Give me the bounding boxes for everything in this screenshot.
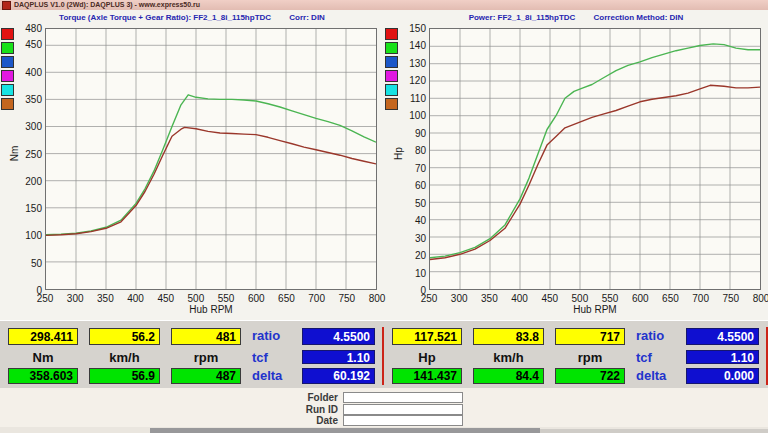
y-tick-label: 80 xyxy=(396,145,426,156)
power-peak-value-field[interactable]: 141.437 xyxy=(392,368,462,384)
x-tick-label: 600 xyxy=(241,293,271,304)
y-tick-label: 150 xyxy=(396,23,426,34)
x-tick-label: 250 xyxy=(30,293,60,304)
corrected-torque-curve xyxy=(46,95,376,235)
x-tick-label: 400 xyxy=(505,293,535,304)
torque-cursor-rpm-field[interactable]: 481 xyxy=(171,328,241,345)
torque-readout-panel: 298.411 56.2 481 ratio 4.5500 Nm km/h rp… xyxy=(0,321,384,389)
x-tick-label: 300 xyxy=(60,293,90,304)
y-tick-label: 350 xyxy=(12,94,42,105)
app-icon xyxy=(2,1,11,10)
power-cursor-rpm-field[interactable]: 717 xyxy=(555,328,625,345)
torque-chart-panel: Torque (Axle Torque + Gear Ratio): FF2_1… xyxy=(0,10,384,320)
x-tick-label: 650 xyxy=(655,293,685,304)
run-info-form: Folder Run ID Date xyxy=(0,388,768,427)
y-tick-label: 300 xyxy=(12,121,42,132)
measured-power-curve xyxy=(430,85,760,259)
y-tick-label: 400 xyxy=(12,67,42,78)
y-tick-label: 250 xyxy=(12,149,42,160)
tcf-label: tcf xyxy=(252,350,298,364)
run-id-input[interactable] xyxy=(343,404,463,415)
torque-correction-label: Corr: DIN xyxy=(289,13,325,22)
power-cursor-value-field[interactable]: 117.521 xyxy=(392,328,462,345)
power-cursor-speed-field[interactable]: 83.8 xyxy=(473,328,544,345)
x-tick-label: 600 xyxy=(625,293,655,304)
x-tick-label: 550 xyxy=(595,293,625,304)
y-tick-label: 50 xyxy=(396,198,426,209)
x-tick-label: 350 xyxy=(90,293,120,304)
y-tick-label: 450 xyxy=(12,39,42,50)
taskbar-strip xyxy=(0,427,768,433)
x-tick-label: 750 xyxy=(716,293,746,304)
y-tick-label: 40 xyxy=(396,215,426,226)
power-chart-title-text: Power: FF2_1_8i_115hpTDC xyxy=(469,13,576,22)
torque-plot-area[interactable] xyxy=(45,28,377,290)
power-chart-title: Power: FF2_1_8i_115hpTDC Correction Meth… xyxy=(384,13,768,22)
torque-x-axis-label: Hub RPM xyxy=(45,304,377,315)
ratio-label: ratio xyxy=(252,328,298,345)
ratio-field[interactable]: 4.5500 xyxy=(686,328,759,345)
y-tick-label: 200 xyxy=(12,176,42,187)
tcf-label: tcf xyxy=(636,350,682,364)
y-tick-label: 120 xyxy=(396,75,426,86)
power-peak-rpm-field[interactable]: 722 xyxy=(555,368,625,384)
x-tick-label: 700 xyxy=(302,293,332,304)
tcf-field[interactable]: 1.10 xyxy=(302,350,375,364)
y-tick-label: 30 xyxy=(396,233,426,244)
power-x-axis-label: Hub RPM xyxy=(429,304,761,315)
power-correction-label: Correction Method: DIN xyxy=(594,13,684,22)
y-tick-label: 50 xyxy=(12,258,42,269)
y-tick-label: 150 xyxy=(12,203,42,214)
measured-torque-curve xyxy=(46,127,376,235)
rpm-unit-label: rpm xyxy=(171,350,241,365)
y-tick-label: 70 xyxy=(396,163,426,174)
x-tick-label: 750 xyxy=(332,293,362,304)
y-tick-label: 130 xyxy=(396,58,426,69)
torque-peak-speed-field[interactable]: 56.9 xyxy=(89,368,160,384)
torque-unit-label: Nm xyxy=(8,350,78,365)
date-input[interactable] xyxy=(343,415,463,426)
torque-cursor-speed-field[interactable]: 56.2 xyxy=(89,328,160,345)
tcf-field[interactable]: 1.10 xyxy=(686,350,759,364)
power-chart-panel: Power: FF2_1_8i_115hpTDC Correction Meth… xyxy=(384,10,768,320)
window-titlebar[interactable]: DAQPLUS V1.0 (2Wd): DAQPLUS 3) - www.exp… xyxy=(0,0,768,10)
y-tick-label: 90 xyxy=(396,128,426,139)
taskbar-segment-right xyxy=(540,429,768,433)
delta-field[interactable]: 60.192 xyxy=(302,368,375,384)
folder-label: Folder xyxy=(250,392,338,403)
window-title: DAQPLUS V1.0 (2Wd): DAQPLUS 3) - www.exp… xyxy=(14,1,200,9)
x-tick-label: 550 xyxy=(211,293,241,304)
x-tick-label: 500 xyxy=(181,293,211,304)
x-tick-label: 400 xyxy=(121,293,151,304)
x-tick-label: 300 xyxy=(444,293,474,304)
x-tick-label: 800 xyxy=(746,293,768,304)
x-tick-label: 650 xyxy=(271,293,301,304)
y-tick-label: 100 xyxy=(12,230,42,241)
torque-peak-rpm-field[interactable]: 487 xyxy=(171,368,241,384)
y-tick-label: 110 xyxy=(396,93,426,104)
power-peak-speed-field[interactable]: 84.4 xyxy=(473,368,544,384)
date-label: Date xyxy=(250,415,338,426)
ratio-label: ratio xyxy=(636,328,682,345)
delta-label: delta xyxy=(252,368,298,384)
x-tick-label: 350 xyxy=(474,293,504,304)
y-tick-label: 10 xyxy=(396,268,426,279)
x-tick-label: 450 xyxy=(535,293,565,304)
speed-unit-label: km/h xyxy=(89,350,160,365)
taskbar-segment[interactable] xyxy=(150,428,540,433)
y-tick-label: 100 xyxy=(396,110,426,121)
delta-field[interactable]: 0.000 xyxy=(686,368,759,384)
corrected-power-curve xyxy=(430,44,760,258)
speed-unit-label: km/h xyxy=(473,350,544,365)
power-plot-area[interactable] xyxy=(429,28,761,290)
ratio-field[interactable]: 4.5500 xyxy=(302,328,375,345)
x-tick-label: 250 xyxy=(414,293,444,304)
run-id-label: Run ID xyxy=(250,404,338,415)
folder-input[interactable] xyxy=(343,392,463,403)
torque-cursor-value-field[interactable]: 298.411 xyxy=(8,328,78,345)
delta-label: delta xyxy=(636,368,682,384)
x-tick-label: 450 xyxy=(151,293,181,304)
y-tick-label: 140 xyxy=(396,40,426,51)
y-tick-label: 480 xyxy=(12,23,42,34)
torque-peak-value-field[interactable]: 358.603 xyxy=(8,368,78,384)
